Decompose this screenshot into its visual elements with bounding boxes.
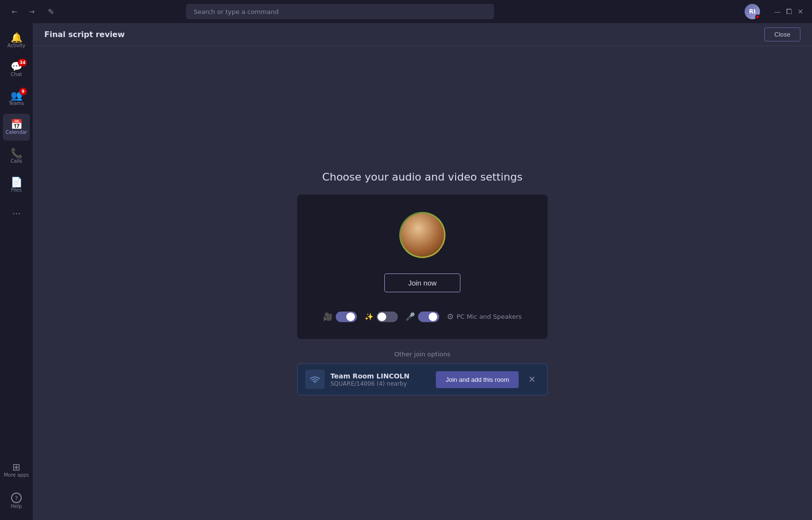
blur-control-group: ✨ — [365, 312, 398, 322]
back-button[interactable]: ← — [8, 5, 21, 18]
audio-device-group: ⚙ PC Mic and Speakers — [447, 312, 522, 321]
sidebar-label-files: Files — [11, 188, 22, 193]
content-area: Final script review Close Choose your au… — [33, 23, 812, 520]
audio-device-label: PC Mic and Speakers — [457, 313, 522, 320]
video-off-icon: 🎥 — [323, 312, 333, 321]
window-close-button[interactable]: ✕ — [797, 8, 804, 15]
main-content: Choose your audio and video settings Joi… — [33, 46, 812, 520]
video-preview: Join now 🎥 ✨ — [297, 195, 548, 339]
video-toggle-knob — [346, 312, 355, 321]
join-now-button[interactable]: Join now — [384, 273, 460, 292]
compose-icon[interactable]: ✎ — [44, 5, 58, 18]
mic-toggle[interactable] — [418, 312, 439, 322]
sidebar-item-teams[interactable]: 9 👥 Teams — [3, 85, 30, 112]
controls-row: 🎥 ✨ 🎤 — [323, 312, 522, 322]
room-wifi-icon — [305, 370, 325, 389]
sidebar-label-activity: Activity — [7, 43, 25, 48]
ellipsis-icon: ··· — [12, 209, 20, 218]
chat-badge: 34 — [18, 59, 27, 66]
calendar-icon: 📅 — [11, 119, 23, 129]
blur-icon: ✨ — [365, 312, 374, 321]
sidebar-item-activity[interactable]: 🔔 Activity — [3, 27, 30, 54]
sidebar-label-teams: Teams — [9, 101, 24, 106]
sidebar-label-calls: Calls — [11, 159, 22, 164]
forward-button[interactable]: → — [25, 5, 39, 18]
search-placeholder: Search or type a command — [194, 8, 278, 15]
room-info: Team Room LINCOLN SQUARE/14006 (4) nearb… — [330, 372, 430, 387]
user-video-avatar — [399, 212, 445, 258]
dismiss-room-button[interactable]: ✕ — [524, 373, 539, 386]
room-name: Team Room LINCOLN — [330, 372, 430, 380]
minimize-button[interactable]: — — [773, 8, 781, 15]
page-title: Final script review — [44, 30, 125, 39]
search-bar[interactable]: Search or type a command — [186, 4, 494, 19]
avatar-preview-inner — [401, 213, 444, 257]
mic-toggle-knob — [429, 312, 437, 321]
sidebar-item-more-apps[interactable]: ⊞ More apps — [3, 456, 30, 483]
blur-toggle[interactable] — [377, 312, 398, 322]
settings-title: Choose your audio and video settings — [322, 171, 523, 183]
teams-badge: 9 — [19, 88, 27, 95]
sidebar-label-calendar: Calendar — [6, 130, 27, 135]
nav-buttons: ← → — [8, 5, 39, 18]
gear-icon[interactable]: ⚙ — [447, 312, 454, 321]
video-toggle[interactable] — [336, 312, 357, 322]
maximize-button[interactable]: ⧠ — [785, 8, 793, 15]
app-body: 🔔 Activity 34 💬 Chat 9 👥 Teams 📅 Calenda… — [0, 23, 812, 520]
user-avatar[interactable]: RI — [745, 4, 760, 19]
title-bar-right: RI — ⧠ ✕ — [745, 4, 804, 19]
title-bar: ← → ✎ Search or type a command RI — ⧠ ✕ — [0, 0, 812, 23]
help-icon: ? — [11, 493, 22, 503]
page-header: Final script review Close — [33, 23, 812, 46]
sidebar-item-calendar[interactable]: 📅 Calendar — [3, 114, 30, 141]
calls-icon: 📞 — [11, 148, 23, 158]
more-apps-icon: ⊞ — [13, 462, 21, 472]
room-sub: SQUARE/14006 (4) nearby — [330, 380, 430, 387]
join-options-label: Other join options — [297, 351, 548, 358]
window-controls: — ⧠ ✕ — [773, 8, 804, 15]
video-control-group: 🎥 — [323, 312, 357, 322]
sidebar: 🔔 Activity 34 💬 Chat 9 👥 Teams 📅 Calenda… — [0, 23, 33, 520]
files-icon: 📄 — [11, 177, 23, 187]
activity-icon: 🔔 — [11, 33, 23, 42]
close-button[interactable]: Close — [764, 27, 800, 41]
sidebar-bottom: ⊞ More apps ? Help — [3, 456, 30, 516]
join-options-section: Other join options Team Room LINCOLN SQU… — [297, 351, 548, 395]
sidebar-item-help[interactable]: ? Help — [3, 487, 30, 514]
sidebar-item-calls[interactable]: 📞 Calls — [3, 143, 30, 169]
sidebar-label-more-apps: More apps — [4, 473, 29, 478]
room-option: Team Room LINCOLN SQUARE/14006 (4) nearb… — [297, 364, 548, 395]
sidebar-item-files[interactable]: 📄 Files — [3, 171, 30, 198]
mic-control-group: 🎤 — [406, 312, 439, 322]
sidebar-item-chat[interactable]: 34 💬 Chat — [3, 56, 30, 83]
mic-icon: 🎤 — [406, 312, 415, 321]
sidebar-item-ellipsis[interactable]: ··· — [3, 200, 30, 227]
sidebar-label-help: Help — [11, 504, 22, 509]
avatar-status-dot — [755, 14, 760, 19]
sidebar-label-chat: Chat — [11, 72, 22, 77]
join-room-button[interactable]: Join and add this room — [436, 371, 519, 388]
blur-toggle-knob — [378, 312, 386, 321]
